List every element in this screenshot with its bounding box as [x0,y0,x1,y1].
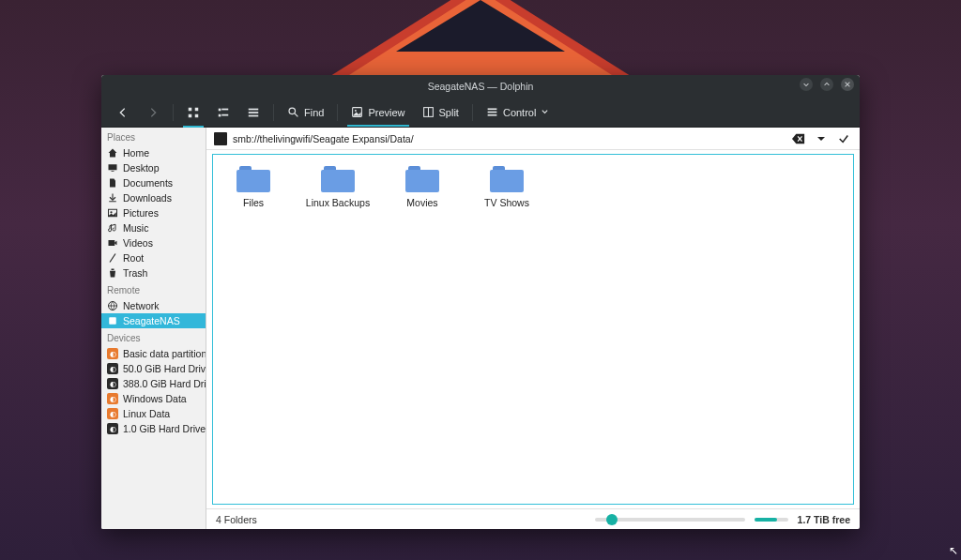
home-icon [107,147,118,159]
control-menu-button[interactable]: Control [480,102,555,122]
sidebar-item-device[interactable]: ◐1.0 GiB Hard Drive [101,421,206,436]
sidebar-item-label: Windows Data [123,393,187,404]
sidebar-item-device[interactable]: ◐Linux Data [101,406,206,421]
folder-item[interactable]: TV Shows [470,162,543,212]
sidebar-item-device[interactable]: ◐388.0 GiB Hard Drive [101,376,206,391]
places-panel: Places Home Desktop Documents Downloads … [101,128,206,529]
sidebar-item-seagatenas[interactable]: SeagateNAS [101,313,206,328]
preview-button[interactable]: Preview [345,102,410,122]
sidebar-item-label: Basic data partition [123,348,206,359]
file-view[interactable]: FilesLinux BackupsMoviesTV Shows [212,154,854,505]
folder-label: TV Shows [484,197,529,208]
sidebar-item-root[interactable]: Root [101,250,206,265]
back-button[interactable] [111,102,135,123]
folder-icon [214,132,227,145]
videos-icon [107,237,118,249]
window-title: SeagateNAS — Dolphin [428,81,534,92]
folder-label: Linux Backups [306,197,370,208]
disk-icon: ◐ [107,423,118,434]
sidebar-item-home[interactable]: Home [101,145,206,160]
svg-rect-5 [221,108,228,110]
compact-view-button[interactable] [211,102,236,123]
sidebar-item-label: Linux Data [123,408,170,419]
disk-usage-bar [755,518,788,522]
find-button[interactable]: Find [282,102,329,122]
sidebar-item-device[interactable]: ◐Basic data partition [101,346,206,361]
disk-icon: ◐ [107,378,118,389]
maximize-button[interactable] [820,78,833,91]
sidebar-item-device[interactable]: ◐50.0 GiB Hard Drive [101,361,206,376]
svg-rect-17 [488,112,497,114]
sidebar-item-label: Root [123,252,144,264]
folder-label: Files [243,197,264,208]
sidebar-item-device[interactable]: ◐Windows Data [101,391,206,406]
sidebar-item-label: Desktop [123,162,160,174]
sidebar-item-downloads[interactable]: Downloads [101,190,206,205]
sidebar-item-label: Pictures [123,207,159,219]
bookmark-dropdown-button[interactable] [813,130,830,147]
svg-rect-7 [221,114,228,115]
preview-label: Preview [368,107,404,118]
dolphin-window: SeagateNAS — Dolphin Find Preview Split … [101,75,860,529]
find-label: Find [304,107,324,118]
sidebar-item-label: 1.0 GiB Hard Drive [123,423,206,434]
folder-item[interactable]: Movies [386,162,459,212]
disk-icon: ◐ [107,348,118,359]
accept-location-button[interactable] [835,130,852,147]
sidebar-item-label: Network [123,300,160,311]
folder-icon [405,166,439,192]
remote-header: Remote [101,280,206,298]
folder-item[interactable]: Linux Backups [301,162,374,212]
desktop-icon [107,162,118,174]
minimize-button[interactable] [800,78,813,91]
titlebar: SeagateNAS — Dolphin [101,75,860,98]
svg-rect-0 [189,107,192,111]
main-view: smb://thelivingwifi/Seagate Expansi/Data… [206,128,860,529]
svg-rect-10 [249,114,259,116]
clear-location-button[interactable] [790,130,807,147]
sidebar-item-desktop[interactable]: Desktop [101,160,206,175]
disk-icon: ◐ [107,363,118,374]
icons-view-button[interactable] [181,102,206,123]
sidebar-item-videos[interactable]: Videos [101,235,206,250]
nas-icon [107,315,118,326]
details-view-button[interactable] [241,102,266,123]
svg-rect-2 [189,114,192,117]
network-icon [107,300,118,311]
sidebar-item-documents[interactable]: Documents [101,175,206,190]
sidebar-item-label: Documents [123,177,173,189]
sidebar-item-music[interactable]: Music [101,220,206,235]
sidebar-item-trash[interactable]: Trash [101,265,206,280]
location-path[interactable]: smb://thelivingwifi/Seagate Expansi/Data… [233,133,414,144]
svg-point-13 [355,110,357,112]
forward-button[interactable] [141,102,165,123]
places-header: Places [101,128,206,145]
location-bar: smb://thelivingwifi/Seagate Expansi/Data… [206,128,860,150]
svg-rect-20 [112,171,114,172]
statusbar: 4 Folders 1.7 TiB free [206,508,860,529]
zoom-slider[interactable] [595,518,745,522]
free-space: 1.7 TiB free [798,514,850,525]
chevron-down-icon [541,108,549,116]
svg-rect-23 [109,240,115,246]
sidebar-item-pictures[interactable]: Pictures [101,205,206,220]
close-button[interactable] [841,78,854,91]
sidebar-item-label: 388.0 GiB Hard Drive [123,378,206,389]
split-button[interactable]: Split [417,102,465,122]
svg-rect-8 [249,108,259,110]
svg-rect-19 [109,164,117,170]
devices-header: Devices [101,328,206,346]
svg-rect-16 [488,108,497,110]
sidebar-item-label: SeagateNAS [123,315,180,326]
sidebar-item-label: Home [123,147,149,159]
toolbar: Find Preview Split Control [101,98,860,128]
item-count: 4 Folders [216,514,257,525]
split-label: Split [439,107,459,118]
folder-item[interactable]: Files [217,162,290,212]
sidebar-item-label: Music [123,222,148,234]
sidebar-item-network[interactable]: Network [101,298,206,313]
sidebar-item-label: Trash [123,267,147,279]
music-icon [107,222,118,234]
zoom-slider-knob[interactable] [606,514,618,525]
disk-icon: ◐ [107,408,118,419]
